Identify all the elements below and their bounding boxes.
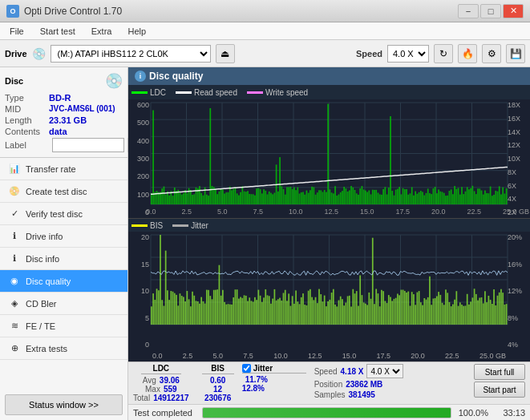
y-right-18x: 18X [508, 101, 530, 109]
position-label: Position [314, 380, 343, 389]
refresh-button[interactable]: ↻ [434, 44, 453, 63]
menubar: File Start test Extra Help [0, 22, 530, 40]
x-125: 12.5 [308, 352, 322, 360]
y-label-20: 20 [128, 233, 149, 241]
total-label: Total [133, 394, 150, 402]
speed-pos-col: Speed 4.18 X 4.0 X Position 23862 MB Sam… [314, 364, 404, 399]
disc-contents-row: Contents data [5, 127, 123, 136]
titlebar-controls: − □ ✕ [458, 4, 524, 18]
y-right-2x: 2X [508, 208, 530, 216]
y-label-10: 10 [128, 287, 149, 295]
jitter-avg-row: 11.7% [242, 375, 306, 384]
drive-select[interactable]: (M:) ATAPI iHBS112 2 CL0K [51, 45, 211, 63]
x-25: 2.5 [183, 352, 193, 360]
x-175: 17.5 [377, 352, 391, 360]
content-area: i Disc quality LDC Read speed Write spee… [128, 67, 530, 420]
drive-label: Drive [5, 49, 27, 59]
menu-extra[interactable]: Extra [85, 25, 119, 38]
disc-label-input[interactable] [52, 138, 124, 152]
start-buttons: Start full Start part [474, 364, 525, 398]
sidebar-item-label-disc-info: Disc info [26, 254, 59, 264]
menu-file[interactable]: File [3, 25, 30, 38]
disc-section: Disc 💿 Type BD-R MID JVC-AMS6L (001) Len… [0, 67, 127, 158]
legend-ldc: LDC [131, 88, 166, 97]
disc-info-icon: ℹ [8, 252, 21, 265]
y-label-300: 300 [128, 155, 149, 163]
jitter-max-row: 12.8% [242, 384, 306, 393]
y-label-100: 100 [128, 191, 149, 199]
speed-label: Speed [314, 367, 338, 376]
create-test-icon: 📀 [8, 185, 21, 198]
progress-row: Test completed 100.0% 33:13 [128, 404, 530, 420]
disc-type-label: Type [5, 93, 49, 103]
menu-help[interactable]: Help [121, 25, 152, 38]
sidebar-item-transfer-rate[interactable]: 📊 Transfer rate [0, 158, 127, 180]
eject-icon[interactable]: ⏏ [216, 44, 235, 63]
close-button[interactable]: ✕ [503, 4, 524, 18]
settings-icon[interactable]: ⚙ [482, 44, 501, 63]
sidebar-item-label-cd-bler: CD Bler [26, 299, 57, 309]
speed-select[interactable]: 4.0 X [387, 45, 429, 63]
drive-icon: 💿 [32, 47, 46, 60]
sidebar-item-cd-bler[interactable]: ◈ CD Bler [0, 293, 127, 315]
disc-mid-value: JVC-AMS6L (001) [49, 104, 115, 114]
sidebar-item-disc-quality[interactable]: ◉ Disc quality [0, 270, 127, 293]
chart-title: Disc quality [149, 71, 203, 82]
sidebar-item-label-disc-quality: Disc quality [26, 277, 71, 286]
position-val: 23862 MB [346, 380, 382, 389]
bis-total-row: 230676 [204, 394, 231, 402]
y-right-6x: 6X [508, 182, 530, 190]
y-right-4x: 4X [508, 195, 530, 203]
burn-icon[interactable]: 🔥 [458, 44, 477, 63]
start-part-button[interactable]: Start part [474, 382, 525, 398]
sidebar-item-extra-tests[interactable]: ⊕ Extra tests [0, 337, 127, 360]
ldc-total-row: Total 14912217 [133, 394, 189, 402]
y-right-16pct: 16% [508, 260, 530, 269]
sidebar-item-drive-info[interactable]: ℹ Drive info [0, 225, 127, 248]
bis-avg-row: 0.60 [210, 376, 225, 385]
extra-tests-icon: ⊕ [8, 342, 21, 355]
x-0: 0.0 [152, 352, 163, 360]
sidebar-item-fe-te[interactable]: ≋ FE / TE [0, 315, 127, 337]
disc-label-row: Label ✎ [5, 138, 123, 152]
status-window-button[interactable]: Status window >> [5, 394, 123, 415]
disc-contents-label: Contents [5, 127, 49, 136]
disc-type-value: BD-R [49, 93, 71, 103]
menu-starttest[interactable]: Start test [34, 25, 82, 38]
speed-select-stats[interactable]: 4.0 X [366, 364, 403, 378]
y-label-600: 600 [128, 101, 149, 109]
chart-legend-top: LDC Read speed Write speed [128, 85, 530, 99]
sidebar-item-create-test[interactable]: 📀 Create test disc [0, 180, 127, 203]
bis-total-val: 230676 [204, 394, 231, 402]
progress-track [202, 407, 451, 418]
bis-avg-val: 0.60 [210, 376, 225, 385]
y-right-10x: 10X [508, 155, 530, 163]
y-right-4pct: 4% [508, 341, 530, 349]
save-icon[interactable]: 💾 [506, 44, 525, 63]
top-chart: 600 500 400 300 200 100 0 18X 16X 14X 12… [128, 99, 530, 219]
y-right-12pct: 12% [508, 287, 530, 295]
max-label: Max [145, 385, 160, 394]
y-label-0-top: 0 [128, 208, 149, 216]
y-label-500: 500 [128, 119, 149, 127]
y-label-5: 5 [128, 314, 149, 322]
jitter-checkbox[interactable] [242, 364, 251, 373]
y-label-400: 400 [128, 137, 149, 145]
start-full-button[interactable]: Start full [474, 364, 525, 380]
x-75: 7.5 [243, 352, 253, 360]
bis-max-row: 12 [213, 385, 222, 394]
ldc-max-val: 559 [164, 385, 177, 394]
y-label-200: 200 [128, 172, 149, 180]
minimize-button[interactable]: − [458, 4, 479, 18]
jitter-col: Jitter 11.7% 12.8% [242, 364, 306, 393]
legend-writespeed: Write speed [247, 88, 308, 97]
ldc-total-val: 14912217 [153, 394, 189, 402]
sidebar-item-verify-test[interactable]: ✓ Verify test disc [0, 203, 127, 225]
y-right-8x: 8X [508, 168, 530, 176]
toolbar: Drive 💿 (M:) ATAPI iHBS112 2 CL0K ⏏ Spee… [0, 40, 530, 67]
drive-info-icon: ℹ [8, 230, 21, 243]
sidebar-item-disc-info[interactable]: ℹ Disc info [0, 248, 127, 270]
maximize-button[interactable]: □ [480, 4, 501, 18]
verify-icon: ✓ [8, 208, 21, 220]
sidebar: Disc 💿 Type BD-R MID JVC-AMS6L (001) Len… [0, 67, 128, 420]
